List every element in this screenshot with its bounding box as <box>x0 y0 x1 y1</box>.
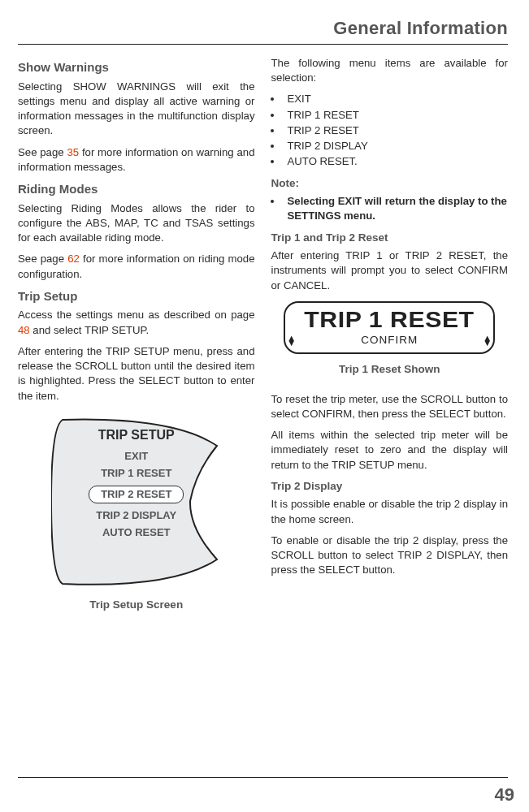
riding-modes-text-1: Selecting Riding Modes allows the rider … <box>18 201 255 246</box>
two-column-layout: Show Warnings Selecting SHOW WARNINGS wi… <box>18 56 508 627</box>
trip-setup-fig-item-exit: EXIT <box>51 449 222 464</box>
header-rule <box>18 44 508 45</box>
available-menu-list: EXIT TRIP 1 RESET TRIP 2 RESET TRIP 2 DI… <box>271 92 509 169</box>
menu-item: TRIP 2 RESET <box>283 123 509 138</box>
header-title: General Information <box>18 18 508 39</box>
column-right: The following menu items are available f… <box>271 56 509 627</box>
trip1-reset-figure-title: TRIP 1 RESET <box>277 304 501 336</box>
riding-modes-text-2: See page 62 for more information on ridi… <box>18 252 255 281</box>
trip2-display-text-2: To enable or disable the trip 2 display,… <box>271 533 509 578</box>
show-warnings-heading: Show Warnings <box>18 59 255 76</box>
trip-setup-fig-item-trip1reset: TRIP 1 RESET <box>51 466 222 481</box>
trip2-display-heading: Trip 2 Display <box>271 479 509 495</box>
page-number: 49 <box>495 784 514 806</box>
show-warnings-text-1: Selecting SHOW WARNINGS will exit the se… <box>18 80 255 139</box>
note-list: Selecting EXIT will return the display t… <box>271 194 509 223</box>
trip-setup-fig-item-trip2reset-selected: TRIP 2 RESET <box>89 486 184 503</box>
trip1-2-reset-heading: Trip 1 and Trip 2 Reset <box>271 231 509 246</box>
trip2-display-text-1: It is possible enable or disable the tri… <box>271 497 509 526</box>
trip-setup-fig-title: TRIP SETUP <box>51 426 222 444</box>
trip-setup-text-2: After entering the TRIP SETUP menu, pres… <box>18 344 255 404</box>
page-link-48: 48 <box>18 324 30 336</box>
updown-arrows-icon: ▲▼ <box>483 335 492 345</box>
column-left: Show Warnings Selecting SHOW WARNINGS wi… <box>18 56 255 627</box>
show-warnings-text-2: See page 35 for more information on warn… <box>18 145 255 175</box>
trip1-reset-figure: TRIP 1 RESET ▲▼ CONFIRM ▲▼ <box>284 301 495 354</box>
menu-item: AUTO RESET. <box>283 154 509 169</box>
note-item: Selecting EXIT will return the display t… <box>283 194 509 223</box>
trip-setup-text-1: Access the settings menu as described on… <box>18 308 255 337</box>
trip1-2-reset-text: After entering TRIP 1 or TRIP 2 RESET, t… <box>271 248 509 293</box>
trip-setup-fig-item-autoreset: AUTO RESET <box>51 525 222 540</box>
riding-modes-heading: Riding Modes <box>18 181 255 198</box>
trip-setup-screen-figure: TRIP SETUP EXIT TRIP 1 RESET TRIP 2 RESE… <box>51 415 222 590</box>
page-link-62: 62 <box>67 253 80 265</box>
note-heading: Note: <box>271 176 509 192</box>
reset-text-1: To reset the trip meter, use the SCROLL … <box>271 392 509 421</box>
footer-rule <box>18 777 508 778</box>
trip1-reset-figure-caption: Trip 1 Reset Shown <box>271 362 509 378</box>
page-link-35: 35 <box>67 146 79 158</box>
updown-arrows-icon: ▲▼ <box>287 335 296 345</box>
trip-setup-fig-item-trip2display: TRIP 2 DISPLAY <box>51 508 222 523</box>
menu-item: TRIP 2 DISPLAY <box>283 139 509 153</box>
menu-item: EXIT <box>283 92 509 106</box>
reset-text-2: All items within the selected trip meter… <box>271 428 509 473</box>
menu-intro: The following menu items are available f… <box>271 56 509 85</box>
menu-item: TRIP 1 RESET <box>283 108 509 123</box>
trip-setup-fig-caption: Trip Setup Screen <box>18 598 255 613</box>
trip-setup-heading: Trip Setup <box>18 288 255 305</box>
